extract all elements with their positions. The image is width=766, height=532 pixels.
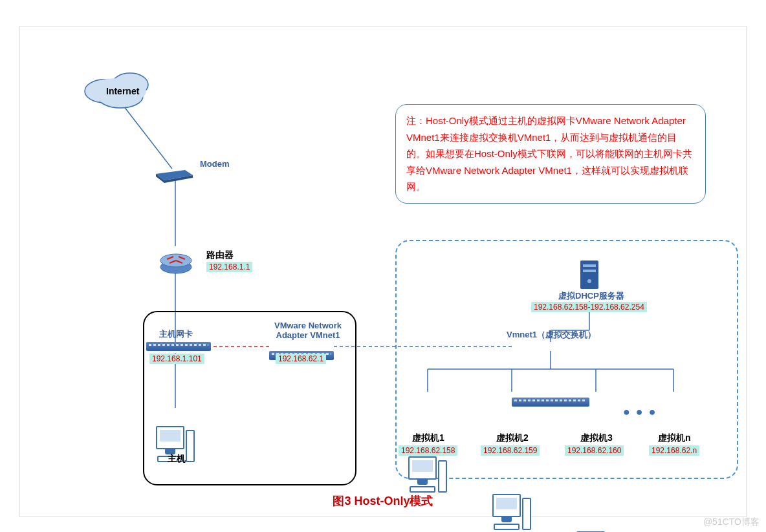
- vmn-label: 虚拟机n: [658, 432, 691, 444]
- vm1-icon: [408, 456, 448, 494]
- figure-caption: 图3 Host-Only模式: [20, 493, 746, 509]
- vm3-label: 虚拟机3: [580, 432, 613, 444]
- host-nic-icon: [146, 342, 211, 351]
- vmnet-adapter-label: VMware Network Adapter VMnet1: [266, 321, 350, 340]
- router-ip: 192.168.1.1: [206, 262, 252, 272]
- dhcp-server-icon: [578, 258, 601, 292]
- vmnet1-switch-label: Vmnet1（虚拟交换机）: [507, 329, 596, 341]
- dhcp-label: 虚拟DHCP服务器: [558, 290, 624, 302]
- vm2-label: 虚拟机2: [496, 432, 529, 444]
- vm3-ip: 192.168.62.160: [565, 445, 624, 456]
- dhcp-range: 192.168.62.158-192.168.62.254: [531, 302, 647, 312]
- vm-ellipsis: ● ● ●: [623, 405, 657, 419]
- note-box: 注：Host-Only模式通过主机的虚拟网卡VMware Network Ada…: [395, 104, 706, 204]
- router-label: 路由器: [206, 250, 234, 261]
- internet-label: Internet: [106, 86, 139, 96]
- host-nic-ip: 192.168.1.101: [149, 354, 204, 364]
- vm1-ip: 192.168.62.158: [399, 445, 457, 456]
- svg-rect-22: [583, 264, 596, 267]
- vmnet-adapter-ip: 192.168.62.1: [276, 354, 326, 364]
- modem-icon: [153, 162, 198, 184]
- vm2-ip: 192.168.62.159: [481, 445, 540, 456]
- vmnet-adapter-label-l2: Adapter VMnet1: [276, 330, 340, 340]
- vmnet-adapter-label-l1: VMware Network: [274, 321, 342, 330]
- router-icon: [159, 246, 193, 275]
- host-nic-label: 主机网卡: [159, 328, 193, 340]
- svg-point-24: [587, 279, 591, 283]
- watermark: @51CTO博客: [703, 516, 760, 528]
- vmn-ip: 192.168.62.n: [649, 445, 699, 456]
- modem-label: Modem: [200, 159, 230, 169]
- diagram-canvas: Internet Modem 路由器 192.168.1.1 主机网卡 192.…: [19, 26, 747, 517]
- vmnet1-switch-icon: [512, 398, 589, 407]
- svg-rect-23: [583, 270, 596, 272]
- host-pc-label: 主机: [168, 453, 186, 465]
- vm1-label: 虚拟机1: [412, 432, 444, 444]
